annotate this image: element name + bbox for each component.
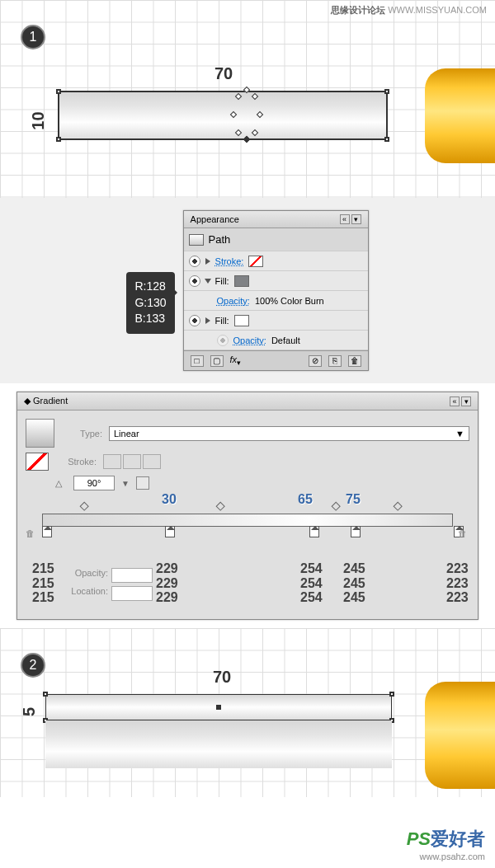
step2-canvas: 2 70 5 [0, 628, 495, 797]
width-label: 70 [214, 64, 233, 83]
stop-values: 215215215 Opacity: Location: 229229229 2… [26, 561, 469, 611]
midpoint-label: 75 [346, 492, 361, 507]
location-label: Location: [67, 586, 108, 601]
height-label: 5 [20, 707, 39, 716]
gray-swatch[interactable] [234, 275, 249, 287]
trash-icon[interactable]: 🗑 [348, 355, 361, 367]
width-label: 70 [213, 668, 231, 687]
top-cylinder[interactable] [45, 694, 392, 720]
target-icon[interactable] [189, 275, 200, 287]
eye-icon[interactable] [217, 335, 229, 346]
menu-icon[interactable]: ▾ [461, 396, 471, 406]
midpoint-diamond[interactable] [332, 502, 341, 511]
panel-title: Appearance [191, 214, 239, 224]
trash-icon[interactable]: 🗑 [26, 528, 37, 540]
collapse-icon[interactable]: « [450, 396, 460, 406]
stroke-across-button[interactable] [143, 454, 161, 469]
angle-input[interactable] [73, 476, 115, 490]
center-point[interactable] [216, 705, 221, 710]
gradient-preview[interactable] [26, 419, 54, 448]
type-label: Type: [61, 429, 102, 439]
fill-row-1[interactable]: Fill: [184, 271, 368, 291]
gradient-panel[interactable]: ◆ Gradient «▾ Type: Linear▼ Stroke: △ ▼ [16, 392, 478, 620]
fill-row-2[interactable]: Fill: [184, 311, 368, 331]
step-badge-2: 2 [21, 653, 45, 678]
fx-button[interactable]: fx▾ [230, 354, 242, 367]
menu-icon[interactable]: ▾ [351, 214, 361, 224]
ellipse-selection[interactable] [231, 87, 264, 143]
duplicate-icon[interactable]: ⎘ [328, 355, 342, 367]
yellow-cap-shape [425, 68, 495, 163]
midpoint-label: 65 [298, 492, 313, 507]
path-swatch [189, 234, 204, 246]
eye-icon[interactable] [189, 256, 200, 267]
rgb-tooltip: R:128 G:130 B:133 [126, 272, 174, 334]
path-row[interactable]: Path [184, 228, 368, 251]
panel-header[interactable]: Appearance «▾ [184, 211, 368, 228]
color-stop[interactable] [351, 526, 361, 537]
handle-icon[interactable] [56, 137, 61, 142]
panel-title: Gradient [33, 396, 68, 406]
stroke-link[interactable]: Stroke: [215, 256, 244, 266]
opacity-link[interactable]: Opacity: [233, 335, 266, 345]
midpoint-diamond[interactable] [80, 502, 89, 511]
midpoint-diamond[interactable] [394, 502, 403, 511]
gradient-slider[interactable]: 30 65 75 🗑 🗑 [26, 497, 469, 555]
expand-icon[interactable] [205, 279, 211, 284]
stroke-within-button[interactable] [103, 454, 121, 469]
wm-ahz: 爱好者 [431, 828, 485, 849]
wm-url: www.psahz.com [407, 852, 485, 861]
expand-icon[interactable] [205, 317, 210, 324]
rgb-b: B:133 [134, 311, 166, 327]
handle-icon[interactable] [43, 692, 48, 697]
color-stop[interactable] [165, 526, 175, 537]
stroke-row[interactable]: Stroke: [184, 251, 368, 271]
wm-title: 思缘设计论坛 [331, 5, 385, 15]
rgb-r: R:128 [134, 279, 166, 295]
trash-icon[interactable]: 🗑 [458, 528, 469, 540]
none-swatch[interactable] [248, 256, 263, 267]
height-label: 10 [29, 111, 48, 129]
opacity-row-1[interactable]: Opacity: 100% Color Burn [184, 291, 368, 311]
outline-icon[interactable]: ▢ [210, 355, 224, 367]
watermark-top: 思缘设计论坛 WWW.MISSYUAN.COM [331, 4, 487, 16]
clear-icon[interactable]: ⊘ [309, 355, 322, 367]
expand-icon[interactable] [205, 258, 210, 265]
step1-canvas: 思缘设计论坛 WWW.MISSYUAN.COM 1 70 10 [0, 0, 495, 198]
white-swatch[interactable] [234, 315, 249, 326]
handle-icon[interactable] [389, 692, 394, 697]
handle-icon[interactable] [56, 89, 61, 94]
yellow-cap-shape [425, 682, 495, 789]
angle-icon: △ [55, 478, 67, 489]
path-label: Path [209, 233, 231, 246]
step-badge-1: 1 [21, 25, 45, 49]
midpoint-label: 30 [162, 492, 177, 507]
appearance-panel[interactable]: Appearance «▾ Path Stroke: Fill: Opacity [183, 210, 369, 371]
color-stop[interactable] [309, 526, 319, 537]
cylinder-shape[interactable] [58, 91, 388, 140]
handle-icon[interactable] [384, 137, 389, 142]
opacity-link[interactable]: Opacity: [217, 296, 250, 306]
gradient-track[interactable] [42, 514, 453, 527]
opacity-value: Default [271, 335, 300, 345]
fill-label: Fill: [215, 276, 229, 286]
opacity-label: Opacity: [67, 568, 108, 583]
rgb-g: G:130 [134, 295, 166, 312]
stroke-label: Stroke: [55, 457, 97, 467]
stroke-along-button[interactable] [123, 454, 141, 469]
reverse-button[interactable] [136, 476, 149, 490]
type-value: Linear [114, 429, 139, 439]
opacity-input[interactable] [111, 568, 153, 583]
collapse-icon[interactable]: « [340, 214, 350, 224]
eye-icon[interactable] [189, 315, 200, 326]
wm-ps: PS [407, 828, 431, 849]
type-select[interactable]: Linear▼ [109, 426, 469, 441]
opacity-row-2[interactable]: Opacity: Default [184, 331, 368, 350]
none-swatch[interactable] [26, 453, 49, 471]
color-stop[interactable] [42, 526, 52, 537]
location-input[interactable] [111, 586, 153, 601]
midpoint-diamond[interactable] [216, 502, 225, 511]
handle-icon[interactable] [384, 89, 389, 94]
square-icon[interactable]: □ [191, 355, 204, 367]
panel-header[interactable]: ◆ Gradient «▾ [17, 392, 478, 411]
